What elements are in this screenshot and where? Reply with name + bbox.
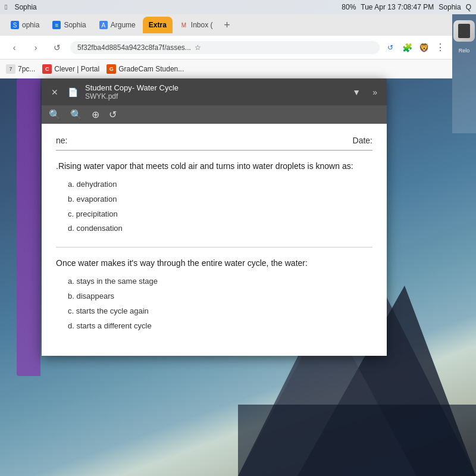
tab-label-sophia-2: Sophia xyxy=(64,21,86,29)
pdf-header-row: ne: Date: xyxy=(56,136,372,151)
bookmark-gradecam-label: GradeCam Studen... xyxy=(118,65,184,73)
pdf-close-button[interactable]: ✕ xyxy=(49,86,61,98)
purple-sidebar xyxy=(17,79,40,376)
ext-refresh-icon[interactable]: ↺ xyxy=(384,42,396,54)
bookmark-gradecam-icon: G xyxy=(107,64,116,74)
pdf-name-label: ne: xyxy=(56,136,67,145)
bookmark-clever[interactable]: C Clever | Portal xyxy=(42,64,99,74)
question-1-body: Rising water vapor that meets cold air a… xyxy=(58,161,353,171)
question-2-choices: a. stays in the same stage b. disappears… xyxy=(56,275,372,332)
pdf-viewer: ✕ 📄 Student Copy- Water Cycle SWYK.pdf ▼… xyxy=(42,79,387,356)
menubar:  Sophia 80% Tue Apr 13 7:08:47 PM Sophi… xyxy=(0,0,476,14)
question-1-text: .Rising water vapor that meets cold air … xyxy=(56,160,372,173)
pdf-title-line2: SWYK.pdf xyxy=(85,92,178,101)
sophia-tab-icon-1: S xyxy=(11,21,19,29)
menubar-search[interactable]: Q xyxy=(466,3,471,11)
bookmarks-bar: 7 7pc... C Clever | Portal G GradeCam St… xyxy=(0,60,452,79)
refresh-button[interactable]: ↺ xyxy=(49,39,65,56)
right-panel-icon xyxy=(453,20,475,42)
pdf-question-2: Once water makes it's way through the en… xyxy=(56,257,372,332)
forward-button[interactable]: › xyxy=(27,39,44,56)
choice-2a: a. stays in the same stage xyxy=(68,275,372,288)
choice-1d: d. condensation xyxy=(68,223,372,235)
pdf-title-line1: Student Copy- Water Cycle xyxy=(85,83,178,92)
zoom-in-button[interactable]: ⊕ xyxy=(92,109,99,120)
choice-1c: c. precipitation xyxy=(68,208,372,221)
pdf-title-section: Student Copy- Water Cycle SWYK.pdf xyxy=(85,83,343,101)
choice-2c: c. starts the cycle again xyxy=(68,305,372,318)
bookmark-star[interactable]: ☆ xyxy=(195,43,201,52)
right-panel: Relo xyxy=(452,14,476,133)
tab-extra[interactable]: Extra xyxy=(143,17,173,33)
tab-inbox[interactable]: M Inbox ( xyxy=(174,17,219,33)
question-1-choices: a. dehydration b. evaporation c. precipi… xyxy=(56,178,372,235)
zoom-search-button[interactable]: 🔍 xyxy=(70,109,82,120)
right-panel-label: Relo xyxy=(459,48,470,54)
ext-animal-icon[interactable]: 🦁 xyxy=(418,42,430,54)
tab-label-extra: Extra xyxy=(149,21,167,29)
bookmark-gradecam[interactable]: G GradeCam Studen... xyxy=(107,64,184,74)
ext-menu-icon[interactable]: ⋮ xyxy=(434,42,446,54)
choice-1a: a. dehydration xyxy=(68,178,372,191)
zoom-refresh-button[interactable]: ↺ xyxy=(109,109,117,120)
pdf-divider xyxy=(56,247,372,248)
bookmark-7pc[interactable]: 7 7pc... xyxy=(6,64,35,74)
menubar-sophia[interactable]: Sophia xyxy=(14,3,36,11)
pdf-toolbar: ✕ 📄 Student Copy- Water Cycle SWYK.pdf ▼… xyxy=(42,79,387,105)
ext-puzzle-icon[interactable]: 🧩 xyxy=(401,42,413,54)
choice-2b: b. disappears xyxy=(68,290,372,303)
new-tab-button[interactable]: + xyxy=(220,18,234,32)
tab-argum[interactable]: A Argume xyxy=(93,17,142,33)
tab-sophia-1[interactable]: S ophia xyxy=(5,17,45,33)
tab-label-sophia-1: ophia xyxy=(22,21,39,29)
sophia-tab-icon-2: ≡ xyxy=(52,21,61,29)
gmail-tab-icon: M xyxy=(180,21,188,29)
pdf-title-block: Student Copy- Water Cycle SWYK.pdf xyxy=(85,83,178,101)
bookmark-clever-label: Clever | Portal xyxy=(54,65,99,73)
svg-rect-3 xyxy=(238,405,476,476)
menubar-user: Sophia xyxy=(439,3,461,11)
bookmark-7pc-label: 7pc... xyxy=(18,65,35,73)
menubar-time: Tue Apr 13 7:08:47 PM xyxy=(361,3,434,11)
pdf-forward-button[interactable]: » xyxy=(370,86,380,98)
tab-sophia-2[interactable]: ≡ Sophia xyxy=(46,17,92,33)
bookmark-clever-icon: C xyxy=(42,64,52,74)
url-text: 5f32fba4d8854a9423c8fa7f/asses... xyxy=(77,43,191,52)
question-2-body: Once water makes it's way through the en… xyxy=(56,258,308,268)
bookmark-7pc-icon: 7 xyxy=(6,64,15,74)
pdf-question-1: .Rising water vapor that meets cold air … xyxy=(56,160,372,235)
tab-label-argum: Argume xyxy=(111,21,136,29)
zoom-out-button[interactable]: 🔍 xyxy=(49,109,61,120)
menubar-left:  Sophia xyxy=(5,3,37,11)
tab-label-inbox: Inbox ( xyxy=(191,21,213,29)
argum-tab-icon: A xyxy=(99,21,108,29)
url-box[interactable]: 5f32fba4d8854a9423c8fa7f/asses... ☆ xyxy=(70,41,380,54)
menubar-right: 80% Tue Apr 13 7:08:47 PM Sophia Q xyxy=(342,3,471,11)
tab-bar: S ophia ≡ Sophia A Argume Extra M Inbox … xyxy=(0,14,452,36)
pdf-dropdown-button[interactable]: ▼ xyxy=(350,86,363,98)
back-button[interactable]: ‹ xyxy=(6,39,23,56)
apple-menu[interactable]:  xyxy=(5,3,7,11)
choice-2d: d. starts a different cycle xyxy=(68,320,372,333)
pdf-doc-icon: 📄 xyxy=(68,87,78,97)
menubar-battery: 80% xyxy=(342,3,356,11)
pdf-zoom-bar: 🔍 🔍 ⊕ ↺ xyxy=(42,105,387,124)
question-2-text: Once water makes it's way through the en… xyxy=(56,257,372,270)
pdf-date-label: Date: xyxy=(353,136,372,145)
choice-1b: b. evaporation xyxy=(68,193,372,206)
icon-shape xyxy=(458,24,470,38)
pdf-content: ne: Date: .Rising water vapor that meets… xyxy=(42,124,387,356)
address-bar: ‹ › ↺ 5f32fba4d8854a9423c8fa7f/asses... … xyxy=(0,36,452,60)
